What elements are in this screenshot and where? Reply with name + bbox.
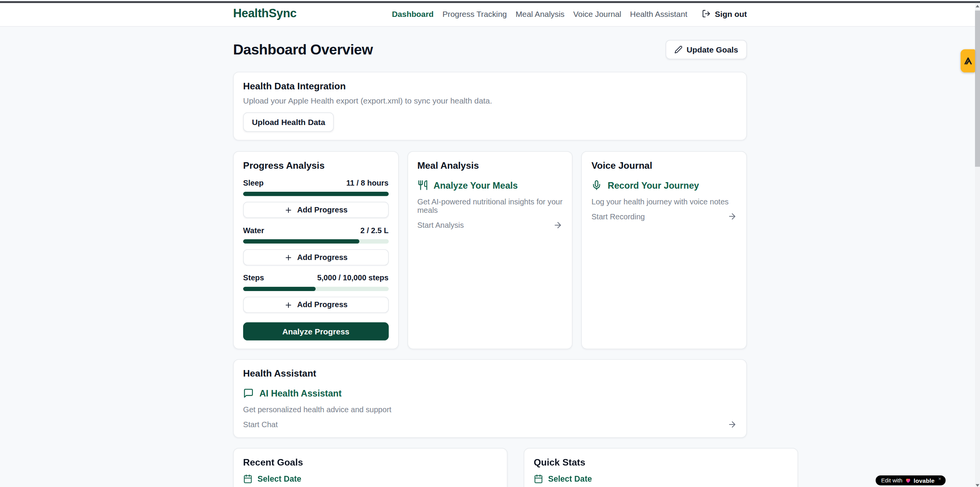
health-assistant-title: Health Assistant <box>243 368 737 378</box>
plus-icon <box>284 301 292 309</box>
metric-value: 2 / 2.5 L <box>360 226 389 235</box>
arrow-right-icon <box>553 220 563 230</box>
add-progress-button[interactable]: Add Progress <box>243 297 389 313</box>
app-logo[interactable]: HealthSync <box>233 7 296 21</box>
main-nav: Dashboard Progress Tracking Meal Analysi… <box>392 9 747 18</box>
nav-item[interactable]: Health Assistant <box>630 9 688 18</box>
ai-health-assistant-link[interactable]: AI Health Assistant <box>243 388 737 399</box>
meal-analysis-title: Meal Analysis <box>417 160 563 171</box>
health-data-integration-card: Health Data Integration Upload your Appl… <box>233 72 747 140</box>
sign-out-button[interactable]: Sign out <box>702 9 747 18</box>
analyze-progress-button[interactable]: Analyze Progress <box>243 322 389 341</box>
select-date-label: Select Date <box>548 474 592 484</box>
start-chat-link[interactable]: Start Chat <box>243 420 737 429</box>
quick-stats-card: Quick Stats Select Date Today Yesterday … <box>524 448 798 487</box>
calendar-icon <box>534 474 543 484</box>
progress-bar <box>243 239 389 243</box>
scrollbar-down-arrow-icon[interactable] <box>976 484 980 487</box>
progress-metric: Water 2 / 2.5 L Add Progress <box>243 226 389 266</box>
progress-metric: Sleep 11 / 8 hours Add Progress <box>243 179 389 218</box>
add-progress-label: Add Progress <box>297 253 348 262</box>
nav-item[interactable]: Progress Tracking <box>442 9 507 18</box>
browser-top-strip <box>0 1 980 3</box>
log-out-icon <box>702 9 711 18</box>
metric-label: Water <box>243 226 264 235</box>
meal-analysis-description: Get AI-powered nutritional insights for … <box>417 197 563 215</box>
nav-item[interactable]: Dashboard <box>392 9 434 18</box>
record-your-journey-link[interactable]: Record Your Journey <box>591 180 737 191</box>
lovable-edit-float-button[interactable] <box>960 49 975 72</box>
select-date-label: Select Date <box>257 474 301 484</box>
integration-description: Upload your Apple Health export (export.… <box>243 96 737 105</box>
nav-item[interactable]: Meal Analysis <box>516 9 565 18</box>
upload-health-data-button[interactable]: Upload Health Data <box>243 112 334 132</box>
progress-bar <box>243 192 389 196</box>
calendar-icon <box>243 474 252 484</box>
ai-health-assistant-label: AI Health Assistant <box>259 388 341 398</box>
scrollbar-thumb[interactable] <box>975 10 980 166</box>
update-goals-label: Update Goals <box>687 45 738 54</box>
start-analysis-link[interactable]: Start Analysis <box>417 220 563 230</box>
record-your-journey-label: Record Your Journey <box>608 180 699 190</box>
add-progress-label: Add Progress <box>297 206 348 214</box>
progress-bar-fill <box>243 239 359 243</box>
start-recording-label: Start Recording <box>591 212 645 221</box>
pencil-icon <box>674 46 682 54</box>
progress-analysis-card: Progress Analysis Sleep 11 / 8 hours <box>233 151 399 349</box>
utensils-icon <box>417 180 428 191</box>
update-goals-button[interactable]: Update Goals <box>665 40 747 59</box>
voice-journal-card: Voice Journal Record Your Journey Log yo… <box>581 151 747 349</box>
progress-metric: Steps 5,000 / 10,000 steps Add Progres <box>243 273 389 313</box>
badge-close-icon[interactable]: × <box>938 476 941 482</box>
quick-stats-select-date[interactable]: Select Date <box>534 474 788 484</box>
add-progress-label: Add Progress <box>297 301 348 309</box>
plus-icon <box>284 206 292 214</box>
progress-bar-fill <box>243 192 389 196</box>
edit-with-label: Edit with <box>881 477 902 484</box>
arrow-right-icon <box>728 420 737 429</box>
edit-with-lovable-badge[interactable]: Edit with lovable × <box>876 475 946 485</box>
lovable-brand-label: lovable <box>914 477 934 484</box>
page-title: Dashboard Overview <box>233 41 373 58</box>
analyze-your-meals-link[interactable]: Analyze Your Meals <box>417 180 563 191</box>
add-progress-button[interactable]: Add Progress <box>243 202 389 218</box>
heart-gradient-icon <box>905 477 911 484</box>
add-progress-button[interactable]: Add Progress <box>243 249 389 265</box>
meal-analysis-card: Meal Analysis Analyze Your Meals Get AI-… <box>407 151 573 349</box>
microphone-icon <box>591 180 602 191</box>
start-analysis-label: Start Analysis <box>417 221 464 230</box>
progress-bar <box>243 287 389 291</box>
health-assistant-card: Health Assistant AI Health Assistant Get… <box>233 359 747 438</box>
voice-journal-title: Voice Journal <box>591 160 737 171</box>
metric-value: 11 / 8 hours <box>346 179 389 188</box>
plus-icon <box>284 253 292 261</box>
chat-bubble-icon <box>243 388 254 399</box>
quick-stats-title: Quick Stats <box>534 457 788 467</box>
voice-journal-description: Log your health journey with voice notes <box>591 197 737 206</box>
start-chat-label: Start Chat <box>243 420 278 429</box>
progress-bar-fill <box>243 287 316 291</box>
metric-label: Steps <box>243 273 264 282</box>
recent-goals-select-date[interactable]: Select Date <box>243 474 497 484</box>
recent-goals-card: Recent Goals Select Date Today Yesterday… <box>233 448 507 487</box>
health-assistant-description: Get personalized health advice and suppo… <box>243 405 737 414</box>
start-recording-link[interactable]: Start Recording <box>591 212 737 221</box>
top-navigation-bar: HealthSync Dashboard Progress Tracking M… <box>0 1 980 27</box>
integration-card-title: Health Data Integration <box>243 81 737 91</box>
metric-value: 5,000 / 10,000 steps <box>317 273 389 282</box>
scrollbar-up-arrow-icon[interactable] <box>976 5 980 8</box>
vertical-scrollbar[interactable] <box>975 3 980 487</box>
nav-item[interactable]: Voice Journal <box>573 9 621 18</box>
progress-analysis-title: Progress Analysis <box>243 160 389 171</box>
analyze-your-meals-label: Analyze Your Meals <box>433 180 518 190</box>
recent-goals-title: Recent Goals <box>243 457 497 467</box>
arrow-right-icon <box>728 212 737 221</box>
lovable-caret-logo-icon <box>964 56 972 65</box>
metric-label: Sleep <box>243 179 264 188</box>
sign-out-label: Sign out <box>715 9 747 18</box>
